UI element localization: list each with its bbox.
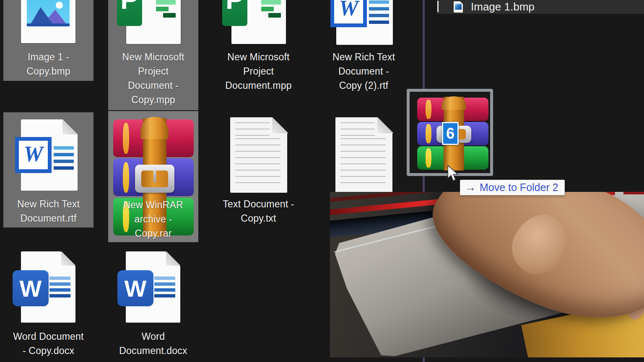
word-logo: W — [330, 0, 367, 27]
project-logo: P — [222, 0, 247, 26]
file-tile-docx-copy[interactable]: W Word Document - Copy.docx — [3, 249, 93, 362]
drag-count-badge: 6 — [442, 122, 459, 145]
rtf-file-icon: W — [3, 112, 93, 192]
move-arrow-icon: → — [465, 182, 476, 193]
bmp-small-icon — [454, 1, 463, 13]
word-logo: W — [15, 137, 52, 173]
drop-tooltip: → Move to Folder 2 — [460, 180, 565, 195]
docx-file-icon: W — [108, 249, 198, 325]
file-label: New Rich Text Document - Copy (2).rtf — [316, 50, 411, 93]
file-label: Image 1 - Copy.bmp — [1, 50, 96, 78]
file-label: Word Document - Copy.docx — [1, 329, 96, 358]
file-label: New Rich Text Document.rtf — [1, 197, 96, 225]
rar-buckle — [135, 165, 174, 193]
file-tile-docx[interactable]: W Word Document.docx — [108, 249, 198, 362]
file-tile-image1-copy-bmp[interactable]: Image 1 - Copy.bmp — [3, 0, 93, 81]
bmp-file-icon — [3, 0, 93, 44]
bmp-thumbnail — [27, 0, 70, 26]
file-label: Text Document - Copy.txt — [211, 197, 306, 225]
page-fold — [377, 117, 393, 133]
file-label: Word Document.docx — [106, 329, 201, 358]
file-tile-project-copy-mpp[interactable]: P New Microsoft Project Document - Copy.… — [108, 0, 198, 110]
sun-shape — [56, 2, 63, 9]
file-label: New WinRAR archive - Copy.rar — [106, 198, 201, 240]
docx-file-icon: W — [3, 249, 93, 325]
list-item-image1-bmp[interactable]: Image 1.bmp — [437, 0, 644, 14]
page-fold — [272, 117, 288, 133]
mpp-file-icon: P — [213, 0, 304, 45]
page-fold — [166, 251, 180, 266]
file-label: New Microsoft Project Document.mpp — [211, 50, 306, 93]
desktop-screen: { "left_pane": { "tiles": [ {"filename":… — [0, 0, 644, 362]
word-logo: W — [117, 270, 153, 306]
page-fold — [61, 251, 75, 266]
txt-file-icon — [319, 111, 409, 195]
file-tile-txt-copy[interactable]: Text Document - Copy.txt — [213, 111, 304, 228]
txt-file-icon — [213, 111, 304, 195]
drop-tooltip-label: Move to Folder 2 — [480, 181, 558, 194]
mpp-file-icon: P — [108, 0, 198, 45]
list-item-label: Image 1.bmp — [471, 0, 535, 14]
touchpad-video-overlay: intel core — [330, 192, 644, 357]
project-logo: P — [117, 0, 142, 26]
file-tile-rtf[interactable]: W New Rich Text Document.rtf — [3, 112, 93, 228]
file-tile-project-mpp[interactable]: P New Microsoft Project Document.mpp — [213, 0, 304, 101]
word-logo: W — [13, 270, 49, 306]
file-label: New Microsoft Project Document - Copy.mp… — [106, 50, 201, 107]
rtf-file-icon: W — [319, 0, 409, 45]
file-tile-winrar-copy[interactable]: New WinRAR archive - Copy.rar — [108, 111, 198, 242]
file-tile-rtf-copy2[interactable]: W New Rich Text Document - Copy (2).rtf — [319, 0, 409, 101]
mouse-cursor — [447, 165, 459, 184]
page-fold — [62, 119, 78, 134]
